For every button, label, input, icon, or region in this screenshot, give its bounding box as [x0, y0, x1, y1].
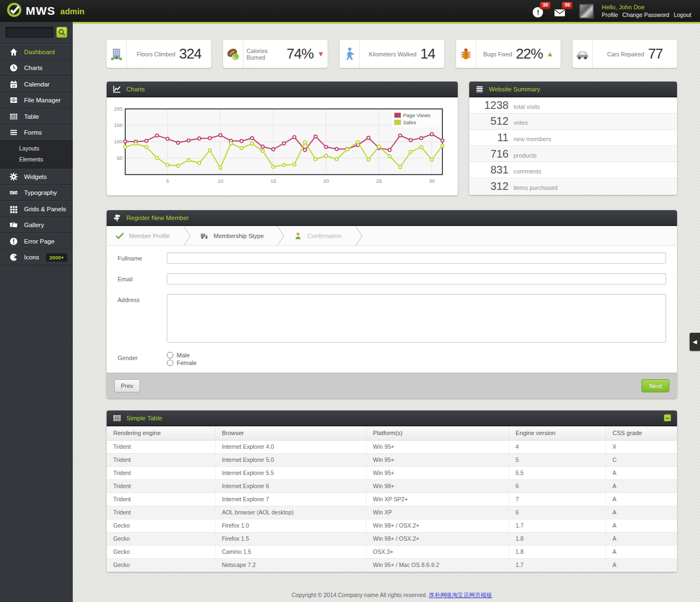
sidebar-item-label: Typography [24, 189, 57, 196]
sidebar-item-file-manager[interactable]: File Manager [0, 92, 73, 109]
table-cell: OSX.3+ [366, 545, 509, 558]
wizard-step-label: Member Profile [129, 233, 170, 239]
register-member-form: Fullname Email Address Gender MaleFemale [107, 246, 677, 373]
table-cell: X [606, 440, 677, 453]
page-footer: Copyright © 2014.Company name All rights… [107, 592, 677, 599]
wizard-step-membership-stype[interactable]: Membership Stype [191, 226, 277, 245]
search-input[interactable] [5, 27, 54, 38]
table-cell: Gecko [107, 532, 215, 545]
sidebar-item-gallery[interactable]: Gallery [0, 217, 73, 234]
address-input[interactable] [167, 294, 666, 343]
sidebar-item-label: Table [24, 113, 39, 120]
sidebar-item-typography[interactable]: a7aTypography [0, 185, 73, 201]
table-cell: A [606, 519, 677, 532]
table-cell: Gecko [107, 519, 215, 532]
messages-button[interactable]: 35 [554, 4, 568, 18]
user-link-logout[interactable]: Logout [674, 11, 691, 18]
stat-label: Floors Climbed [137, 51, 176, 57]
stat-value: 14 [421, 45, 435, 62]
sidebar-item-table[interactable]: Table [0, 108, 73, 125]
charts-panel: Charts 5101520253050100150200Page ViewsS… [107, 82, 458, 195]
sidebar-item-grids-panels[interactable]: Grids & Panels [0, 201, 73, 217]
sidebar-item-icons[interactable]: Icons2000+ [0, 250, 73, 266]
clock-icon [9, 63, 18, 72]
sidebar-item-error-page[interactable]: Error Page [0, 233, 73, 250]
column-header-css-grade: CSS grade [606, 426, 677, 440]
wizard-step-confirmation[interactable]: Confirmation [285, 226, 354, 245]
sidebar-item-label: Error Page [24, 238, 55, 245]
stat-label: Cars Repaired [607, 51, 644, 57]
gender-radio-female[interactable] [167, 360, 173, 366]
sidebar-subitem-layouts[interactable]: Layouts [0, 143, 73, 154]
column-header-browser: Browser [215, 426, 366, 440]
table-cell: Trident [107, 453, 215, 466]
svg-text:10: 10 [218, 178, 224, 184]
user-link-change-password[interactable]: Change Password [622, 11, 669, 18]
building-icon [107, 40, 127, 68]
sidebar-item-dashboard[interactable]: Dashboard [0, 44, 73, 60]
svg-text:17: 17 [11, 83, 15, 87]
trend-up-icon: ▲ [546, 50, 553, 57]
gender-radio-male[interactable] [167, 352, 173, 358]
table-cell: 1.7 [509, 558, 605, 571]
summary-row-total-visits: 1238total visits [469, 97, 677, 114]
sidebar-item-charts[interactable]: Charts [0, 60, 73, 77]
table-row: GeckoFirefox 1.0Win 98+ / OSX.2+1.7A [107, 519, 677, 532]
prev-button[interactable]: Prev [114, 379, 140, 392]
error-icon [9, 237, 18, 246]
user-link-profile[interactable]: Profile [602, 11, 618, 18]
simple-table: Rendering engineBrowserPlatform(s)Engine… [107, 426, 677, 572]
sidebar-subitem-elements[interactable]: Elements [0, 154, 73, 165]
greeting-text: Hello, John Doe [602, 4, 691, 10]
line-chart: 5101520253050100150200Page ViewsSales [107, 97, 458, 195]
table-row: TridentInternet Explorer 6Win 98+6A [107, 479, 677, 493]
table-cell: Win XP [366, 506, 509, 519]
top-header: MWS admin ! 35 35 Hello, John Doe Profil… [0, 0, 700, 22]
sidebar-item-forms[interactable]: Forms [0, 125, 73, 141]
summary-label: total visits [514, 101, 540, 110]
table-cell: Trident [107, 466, 215, 479]
table-cell: 1.8 [509, 545, 605, 558]
table-icon [113, 414, 121, 422]
gender-option-male: Male [167, 352, 197, 358]
table-cell: Trident [107, 440, 215, 453]
notification-badge: 35 [540, 2, 551, 9]
sidebar-item-label: File Manager [24, 97, 61, 103]
sidebar-item-label: Dashboard [24, 49, 55, 55]
typography-icon: a7a [9, 188, 18, 197]
grid-icon [9, 205, 18, 213]
stat-value: 77 [648, 45, 663, 62]
stat-label: Calories Burned [247, 48, 283, 61]
table-cell: Trident [107, 479, 215, 493]
table-cell: AOL browser (AOL desktop) [215, 506, 366, 519]
sidebar-item-label: Widgets [24, 173, 47, 180]
next-button[interactable]: Next [641, 379, 669, 392]
sidebar-item-label: Calendar [24, 81, 50, 88]
collapse-button[interactable]: − [664, 414, 671, 421]
gender-options: MaleFemale [167, 352, 197, 366]
notifications-button[interactable]: ! 35 [532, 4, 546, 18]
summary-value: 831 [477, 164, 509, 176]
email-input[interactable] [167, 273, 666, 285]
summary-label: products [514, 149, 536, 159]
svg-text:20: 20 [323, 178, 329, 184]
fullname-input[interactable] [167, 252, 666, 264]
avatar[interactable] [579, 4, 594, 19]
website-summary-list: 1238total visits512votes11new members716… [469, 97, 677, 195]
search-button[interactable] [56, 27, 67, 38]
footer-link[interactable]: 厚朴网络淘宝店网页模板 [429, 592, 492, 598]
panel-toggle-button[interactable]: ◀ [690, 333, 700, 351]
svg-text:a: a [15, 192, 17, 194]
wizard-step-member-profile[interactable]: Member Profile [107, 226, 183, 245]
sidebar-item-widgets[interactable]: Widgets [0, 169, 73, 185]
table-cell: Win 98+ / OSX.2+ [366, 519, 509, 532]
fullname-label: Fullname [118, 252, 167, 264]
bug-icon [456, 40, 476, 68]
summary-value: 512 [477, 115, 509, 128]
chevron-right-icon [183, 226, 191, 245]
sidebar-item-calendar[interactable]: 17Calendar [0, 76, 73, 92]
sidebar-submenu: LayoutsElements [0, 141, 73, 169]
column-header-rendering-engine: Rendering engine [107, 426, 215, 440]
logo-accent-text: admin [60, 7, 84, 16]
table-cell: Trident [107, 506, 215, 519]
